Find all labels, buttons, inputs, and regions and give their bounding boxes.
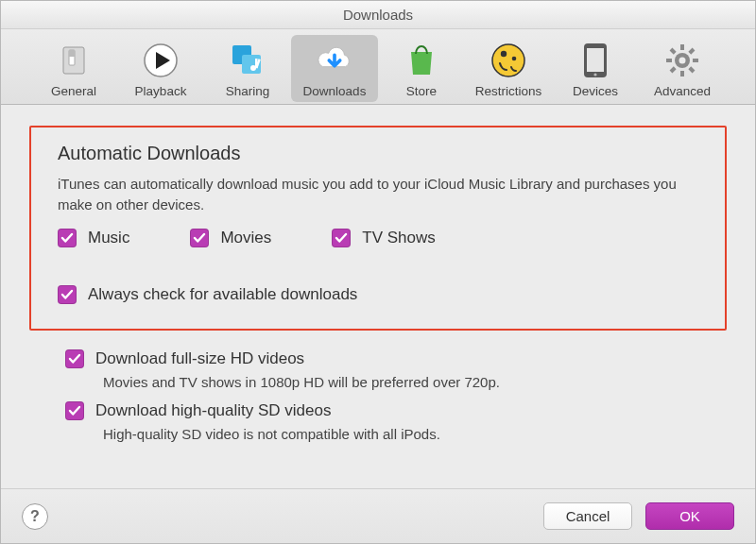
dialog-footer: ? Cancel OK [1,488,755,543]
svg-rect-19 [666,59,672,62]
svg-point-10 [492,44,524,76]
tab-devices[interactable]: Devices [552,35,639,102]
svg-rect-17 [680,44,684,50]
automatic-downloads-section: Automatic Downloads iTunes can automatic… [29,126,727,331]
content-area: Automatic Downloads iTunes can automatic… [1,105,755,488]
window-title: Downloads [1,1,755,29]
tab-sharing[interactable]: Sharing [204,35,291,102]
tab-label: Store [406,84,437,98]
preferences-window: Downloads General Playback Sharing Downl… [0,0,756,544]
download-cloud-icon [315,41,354,80]
checkbox-music-row[interactable]: Music [58,229,129,247]
svg-rect-2 [69,50,75,57]
video-options: Download full-size HD videos Movies and … [29,331,727,463]
help-button[interactable]: ? [22,503,48,530]
auto-download-types: Music Movies TV Shows [58,229,698,253]
checkbox-checked-icon [58,229,77,247]
hq-sd-subtext: High-quality SD video is not compatible … [103,426,698,442]
switch-icon [54,41,94,80]
sharing-icon [228,41,267,80]
tab-label: General [51,84,96,98]
checkbox-full-hd-row[interactable]: Download full-size HD videos [65,349,698,368]
tab-label: Advanced [654,84,711,98]
svg-rect-23 [670,48,677,55]
bag-icon [402,41,441,80]
checkbox-label: Download full-size HD videos [95,349,304,368]
device-icon [576,41,615,80]
checkbox-movies-row[interactable]: Movies [190,229,271,247]
checkbox-checked-icon [190,229,209,247]
checkbox-label: Download high-quality SD videos [95,401,331,420]
play-icon [141,41,180,80]
tab-advanced[interactable]: Advanced [639,35,726,102]
svg-point-25 [679,58,686,64]
svg-point-15 [593,73,596,76]
tab-general[interactable]: General [30,35,117,102]
tab-downloads[interactable]: Downloads [291,35,378,102]
checkbox-checked-icon [65,349,84,368]
full-hd-subtext: Movies and TV shows in 1080p HD will be … [103,374,698,390]
svg-rect-20 [693,59,698,62]
checkbox-checked-icon [332,229,351,247]
tab-label: Sharing [226,84,270,98]
svg-rect-24 [688,66,695,73]
svg-rect-22 [670,66,677,73]
tab-label: Restrictions [475,84,542,98]
section-title: Automatic Downloads [58,143,698,164]
ok-button[interactable]: OK [645,502,734,530]
preferences-toolbar: General Playback Sharing Downloads Store [1,29,755,105]
checkbox-label: Music [88,229,129,247]
svg-point-12 [512,57,517,61]
tab-restrictions[interactable]: Restrictions [465,35,552,102]
tab-label: Playback [135,84,187,98]
checkbox-hq-sd-row[interactable]: Download high-quality SD videos [65,401,698,420]
tab-playback[interactable]: Playback [117,35,204,102]
svg-rect-21 [688,48,695,55]
checkbox-label: Always check for available downloads [88,285,357,304]
tab-label: Devices [573,84,618,98]
checkbox-checked-icon [58,285,77,304]
checkbox-checked-icon [65,401,84,420]
cancel-button[interactable]: Cancel [543,502,632,530]
section-description: iTunes can automatically download music … [58,174,698,215]
checkbox-label: Movies [220,229,271,247]
parental-icon [489,41,528,80]
svg-rect-14 [587,48,604,72]
tab-label: Downloads [303,84,367,98]
tab-store[interactable]: Store [378,35,465,102]
checkbox-tvshows-row[interactable]: TV Shows [332,229,435,247]
svg-point-11 [501,51,507,57]
svg-rect-18 [680,71,684,76]
checkbox-always-check-row[interactable]: Always check for available downloads [58,285,698,304]
checkbox-label: TV Shows [362,229,435,247]
gear-icon [662,41,702,80]
